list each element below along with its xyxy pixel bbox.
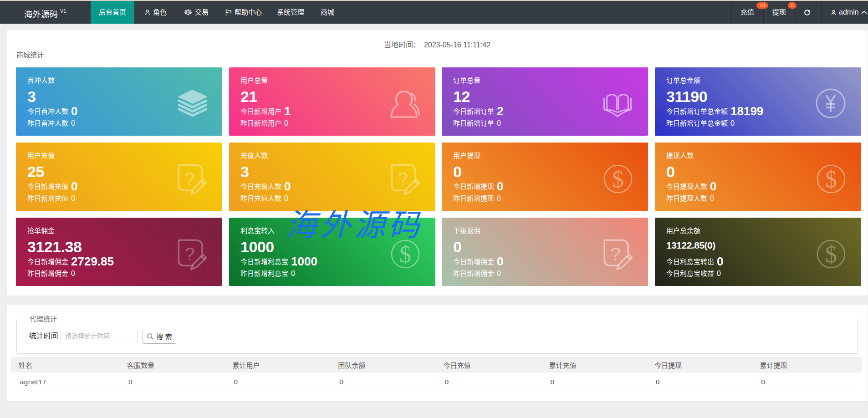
svg-text:?: ?	[184, 244, 194, 265]
svg-text:$: $	[825, 166, 837, 192]
svg-text:?: ?	[610, 244, 620, 265]
svg-text:$: $	[825, 241, 837, 267]
svg-text:$: $	[612, 166, 624, 192]
svg-text:?: ?	[398, 169, 408, 189]
svg-text:$: $	[399, 241, 411, 267]
svg-text:?: ?	[184, 169, 194, 189]
